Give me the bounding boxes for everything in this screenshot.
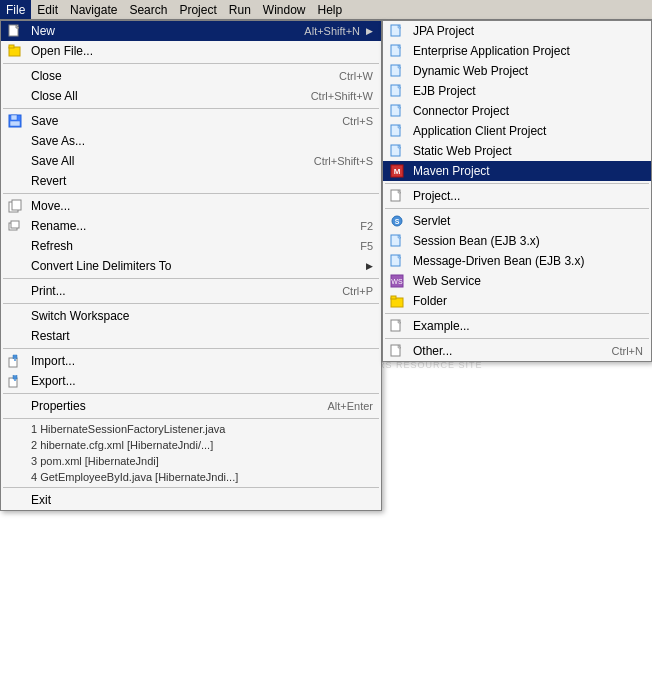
dynamic-web-icon <box>389 63 405 79</box>
static-web-label: Static Web Project <box>413 144 511 158</box>
menu-item-properties[interactable]: Properties Alt+Enter <box>1 396 381 416</box>
save-all-label: Save All <box>31 154 314 168</box>
menu-window[interactable]: Window <box>257 0 312 19</box>
export-icon <box>7 373 23 389</box>
menu-item-close-all[interactable]: Close All Ctrl+Shift+W <box>1 86 381 106</box>
submenu-static-web[interactable]: Static Web Project <box>383 141 651 161</box>
menu-run[interactable]: Run <box>223 0 257 19</box>
menu-item-switch-workspace[interactable]: Switch Workspace <box>1 306 381 326</box>
menu-item-new[interactable]: New Alt+Shift+N ▶ <box>1 21 381 41</box>
rename-label: Rename... <box>31 219 360 233</box>
menu-item-print[interactable]: Print... Ctrl+P <box>1 281 381 301</box>
submenu-enterprise-app[interactable]: Enterprise Application Project <box>383 41 651 61</box>
menu-item-save[interactable]: Save Ctrl+S <box>1 111 381 131</box>
recent-item-3[interactable]: 3 pom.xml [HibernateJndi] <box>1 453 381 469</box>
svg-text:M: M <box>394 167 401 176</box>
submenu-example[interactable]: Example... <box>383 316 651 336</box>
maven-project-icon: M <box>389 163 405 179</box>
submenu-message-driven[interactable]: Message-Driven Bean (EJB 3.x) <box>383 251 651 271</box>
menu-item-open-file[interactable]: Open File... <box>1 41 381 61</box>
recent-4-label: 4 GetEmployeeById.java [HibernateJndi...… <box>31 471 238 483</box>
menu-item-rename[interactable]: Rename... F2 <box>1 216 381 236</box>
svg-rect-9 <box>11 221 19 228</box>
submenu-app-client[interactable]: Application Client Project <box>383 121 651 141</box>
export-label: Export... <box>31 374 373 388</box>
web-service-label: Web Service <box>413 274 481 288</box>
folder-label: Folder <box>413 294 447 308</box>
menu-project[interactable]: Project <box>173 0 222 19</box>
close-label: Close <box>31 69 339 83</box>
web-service-icon: WS <box>389 273 405 289</box>
recent-item-4[interactable]: 4 GetEmployeeById.java [HibernateJndi...… <box>1 469 381 485</box>
sub-sep4 <box>385 338 649 339</box>
sep4 <box>3 278 379 279</box>
submenu-maven-project[interactable]: M Maven Project <box>383 161 651 181</box>
connector-project-label: Connector Project <box>413 104 509 118</box>
menu-item-convert-line[interactable]: Convert Line Delimiters To ▶ <box>1 256 381 276</box>
revert-label: Revert <box>31 174 373 188</box>
jpa-project-label: JPA Project <box>413 24 474 38</box>
menu-item-save-as[interactable]: Save As... <box>1 131 381 151</box>
session-bean-icon <box>389 233 405 249</box>
menu-item-close[interactable]: Close Ctrl+W <box>1 66 381 86</box>
message-driven-icon <box>389 253 405 269</box>
jpa-project-icon <box>389 23 405 39</box>
menu-item-move[interactable]: Move... <box>1 196 381 216</box>
session-bean-label: Session Bean (EJB 3.x) <box>413 234 540 248</box>
menubar: File Edit Navigate Search Project Run Wi… <box>0 0 652 20</box>
sub-sep2 <box>385 208 649 209</box>
other-label: Other... <box>413 344 452 358</box>
sep3 <box>3 193 379 194</box>
menu-edit[interactable]: Edit <box>31 0 64 19</box>
folder-icon <box>389 293 405 309</box>
menu-help[interactable]: Help <box>312 0 349 19</box>
menu-item-exit[interactable]: Exit <box>1 490 381 510</box>
close-all-shortcut: Ctrl+Shift+W <box>311 90 373 102</box>
refresh-shortcut: F5 <box>360 240 373 252</box>
recent-1-label: 1 HibernateSessionFactoryListener.java <box>31 423 225 435</box>
sub-sep1 <box>385 183 649 184</box>
menu-search[interactable]: Search <box>123 0 173 19</box>
submenu-folder[interactable]: Folder <box>383 291 651 311</box>
submenu-ejb-project[interactable]: EJB Project <box>383 81 651 101</box>
import-icon <box>7 353 23 369</box>
sep5 <box>3 303 379 304</box>
convert-line-label: Convert Line Delimiters To <box>31 259 362 273</box>
enterprise-app-icon <box>389 43 405 59</box>
rename-shortcut: F2 <box>360 220 373 232</box>
rename-icon <box>7 218 23 234</box>
menu-item-restart[interactable]: Restart <box>1 326 381 346</box>
recent-item-1[interactable]: 1 HibernateSessionFactoryListener.java <box>1 421 381 437</box>
save-shortcut: Ctrl+S <box>342 115 373 127</box>
menu-item-save-all[interactable]: Save All Ctrl+Shift+S <box>1 151 381 171</box>
menu-item-import[interactable]: Import... <box>1 351 381 371</box>
submenu-web-service[interactable]: WS Web Service <box>383 271 651 291</box>
save-label: Save <box>31 114 342 128</box>
properties-shortcut: Alt+Enter <box>327 400 373 412</box>
submenu-other[interactable]: Other... Ctrl+N <box>383 341 651 361</box>
refresh-label: Refresh <box>31 239 360 253</box>
open-file-icon <box>7 43 23 59</box>
menu-item-refresh[interactable]: Refresh F5 <box>1 236 381 256</box>
recent-3-label: 3 pom.xml [HibernateJndi] <box>31 455 159 467</box>
menu-navigate[interactable]: Navigate <box>64 0 123 19</box>
import-label: Import... <box>31 354 373 368</box>
properties-label: Properties <box>31 399 327 413</box>
menu-file[interactable]: File <box>0 0 31 19</box>
new-submenu: JPA Project Enterprise Application Proje… <box>382 20 652 362</box>
other-icon <box>389 343 405 359</box>
sep9 <box>3 487 379 488</box>
maven-project-label: Maven Project <box>413 164 490 178</box>
print-shortcut: Ctrl+P <box>342 285 373 297</box>
enterprise-app-label: Enterprise Application Project <box>413 44 570 58</box>
submenu-session-bean[interactable]: Session Bean (EJB 3.x) <box>383 231 651 251</box>
menu-item-revert[interactable]: Revert <box>1 171 381 191</box>
submenu-servlet[interactable]: S Servlet <box>383 211 651 231</box>
submenu-jpa-project[interactable]: JPA Project <box>383 21 651 41</box>
recent-item-2[interactable]: 2 hibernate.cfg.xml [HibernateJndi/...] <box>1 437 381 453</box>
submenu-connector-project[interactable]: Connector Project <box>383 101 651 121</box>
menu-item-export[interactable]: Export... <box>1 371 381 391</box>
submenu-dynamic-web[interactable]: Dynamic Web Project <box>383 61 651 81</box>
submenu-project[interactable]: Project... <box>383 186 651 206</box>
svg-rect-12 <box>9 378 17 387</box>
